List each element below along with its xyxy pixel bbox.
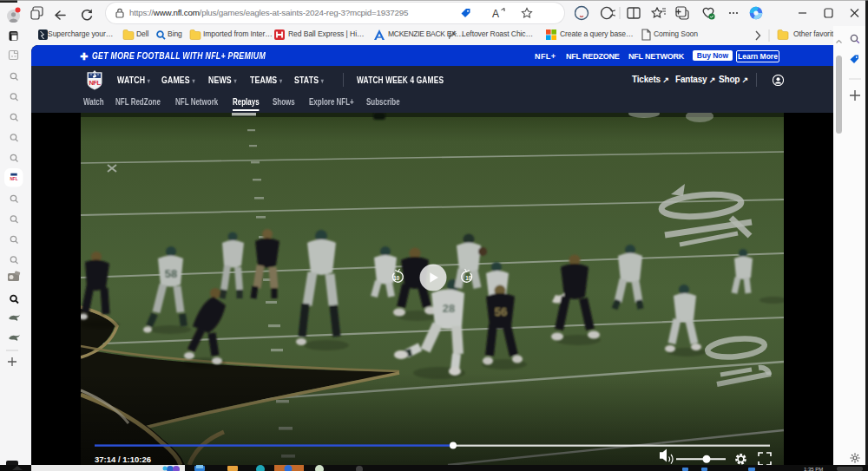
svg-text:NFL: NFL — [89, 79, 101, 87]
svg-text:NFL: NFL — [10, 177, 18, 181]
svg-text:37:14 / 1:10:26: 37:14 / 1:10:26 — [95, 455, 151, 464]
svg-text:10: 10 — [393, 275, 400, 281]
svg-text:1:35 PM: 1:35 PM — [804, 467, 823, 471]
svg-text:10: 10 — [465, 275, 472, 281]
svg-text:A: A — [492, 8, 499, 20]
